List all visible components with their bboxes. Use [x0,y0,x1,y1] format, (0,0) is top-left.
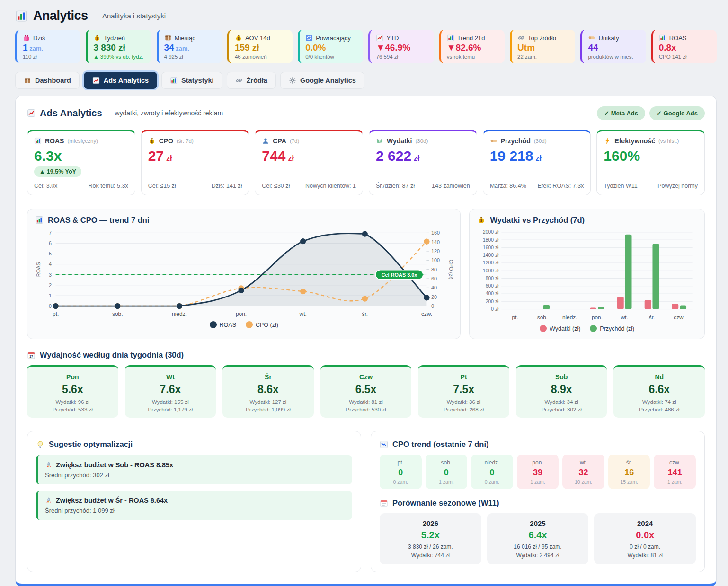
weekday-spend: Wydatki: 155 zł [128,399,213,405]
roas-cpo-chart-card: ROAS & CPO — trend 7 dni 012345670204060… [27,209,461,339]
legend-item-cpo-zł[interactable]: CPO (zł) [246,321,278,328]
svg-text:$: $ [151,140,153,143]
money-bag-icon: $ [148,137,156,145]
svg-text:7: 7 [49,230,52,236]
metric-foot-left: Marża: 86.4% [490,183,526,189]
metric-card-cpa: CPA(7d)744złCel: ≤30 złNowych klientów: … [255,130,363,195]
seasonal-roas-value: 5.2x [383,530,478,541]
kpi-value-number: 34 [164,43,174,52]
kpi-value-number: 0.0% [305,43,326,52]
legend-dot [246,321,253,328]
metric-footer: Cel: 3.0xRok temu: 5.3x [34,178,128,189]
tab-źródła[interactable]: Źródła [227,72,276,89]
seasonal-title: Porównanie sezonowe (W11) [380,499,696,507]
metric-value: 744zł [262,149,356,163]
metric-foot-right: Powyżej normy [657,183,698,189]
legend-dot [590,325,597,332]
svg-text:ROAS: ROAS [36,262,41,277]
weekday-revenue: Przychód: 1,179 zł [128,407,213,412]
cpo-day-label: pon. [518,459,558,466]
tab-statystyki[interactable]: Statystyki [161,72,222,89]
chart-bars-icon [15,10,27,22]
svg-text:wt.: wt. [299,311,307,317]
svg-text:6: 6 [49,240,52,246]
cpo-trend-row: pt.00 zam.sob.01 zam.niedz.00 zam.pon.39… [380,455,696,489]
kpi-value: Utm [517,43,569,53]
kpi-subtext: 76 594 zł [376,54,428,60]
weekday-card-nd: Nd6.6xWydatki: 74 złPrzychód: 486 zł [613,365,705,418]
svg-text:160: 160 [431,230,440,236]
metric-foot-left: Śr./dzień: 87 zł [376,183,415,189]
weekday-revenue: Przychód: 530 zł [323,407,409,412]
cpo-cell-czw: czw.1411 zam. [654,455,696,489]
svg-text:0: 0 [49,303,52,309]
legend-dot [210,321,217,328]
cpo-day-label: śr. [609,459,649,466]
suggestion-item: Zwiększ budżet w Śr - ROAS 8.64xŚredni p… [36,491,352,520]
legend-item-roas[interactable]: ROAS [210,321,236,328]
weekday-roas-value: 7.5x [421,383,506,396]
shopping-bag-icon [23,34,30,42]
metric-footer: Cel: ≤15 złDziś: 141 zł [148,178,242,189]
kpi-value: 0.8x [659,43,711,53]
weekday-revenue: Przychód: 486 zł [616,407,702,412]
seasonal-row: 20265.2x3 830 zł / 26 zam.Wydatki: 744 z… [380,513,696,564]
seasonal-spend: Wydatki: 744 zł [383,552,478,559]
chart-bars-icon [34,137,42,145]
metric-footer: Cel: ≤30 złNowych klientów: 1 [262,178,356,189]
metric-name: CPO [159,137,173,145]
seasonal-card-2026: 20265.2x3 830 zł / 26 zam.Wydatki: 744 z… [380,513,481,564]
metric-qualifier: (30d) [534,138,547,144]
filter-pill-meta-ads[interactable]: ✓ Meta Ads [597,106,645,120]
weekday-roas-value: 6.6x [616,383,702,396]
rocket-icon [45,497,53,504]
svg-text:0: 0 [431,303,434,309]
legend-item-wydatki-zł[interactable]: Wydatki (zł) [540,325,580,332]
legend-label: Wydatki (zł) [550,325,580,332]
svg-text:śr.: śr. [649,314,655,321]
person-icon [262,137,269,145]
weekday-card-śr: Śr8.6xWydatki: 127 złPrzychód: 1,099 zł [222,365,314,418]
seasonal-revenue-orders: 0 zł / 0 zam. [598,543,692,550]
suggestion-title: Zwiększ budżet w Śr - ROAS 8.64x [45,497,345,504]
legend-dot [540,325,547,332]
metric-card-row: ROAS(miesięczny)6.3x▲ 19.5% YoYCel: 3.0x… [27,130,705,195]
metric-foot-right: 143 zamówień [432,183,470,189]
cpo-day-label: czw. [655,459,695,466]
panel-header: Ads Analytics — wydatki, zwroty i efekty… [27,106,705,120]
repeat-icon [305,34,313,42]
seasonal-card-2025: 20256.4x16 016 zł / 95 zam.Wydatki: 2 49… [487,513,589,564]
kpi-value-number: ▼46.9% [376,43,410,52]
svg-text:5: 5 [49,251,52,256]
svg-text:niedz.: niedz. [172,311,187,317]
svg-text:czw.: czw. [674,314,685,321]
legend-item-przychód-zł[interactable]: Przychód (zł) [590,325,634,332]
kpi-value-suffix: zam. [28,45,44,52]
weekday-roas-value: 8.6x [225,383,311,396]
ad-platform-filters: ✓ Meta Ads✓ Google Ads [597,106,705,120]
metric-value-unit: zł [166,154,172,162]
cpo-orders: 10 zam. [563,479,604,485]
section-title-text: Sugestie optymalizacji [49,440,133,449]
tab-dashboard[interactable]: Dashboard [15,72,80,89]
kpi-label-text: YTD [386,35,399,42]
svg-text:sob.: sob. [112,311,123,317]
cpo-orders: 1 zam. [518,479,558,485]
kpi-subtext: ▲ 399% vs ub. tydz. [93,54,145,60]
panel-subtitle: — wydatki, zwroty i efektywność reklam [107,109,223,117]
metric-card-roas: ROAS(miesięczny)6.3x▲ 19.5% YoYCel: 3.0x… [27,130,135,195]
bulb-icon [36,440,44,449]
filter-pill-google-ads[interactable]: ✓ Google Ads [649,106,705,120]
svg-text:1200 zł: 1200 zł [483,260,499,265]
weekday-roas-value: 6.5x [323,383,409,396]
roas-cpo-chart-title: ROAS & CPO — trend 7 dni [35,216,453,225]
tab-google-analytics[interactable]: Google Analytics [280,72,364,89]
chart-up-icon [92,77,100,84]
metric-card-cpo: $CPO(śr. 7d)27złCel: ≤15 złDziś: 141 zł [141,130,249,195]
tab-ads-analytics[interactable]: Ads Analytics [84,72,157,89]
weekday-revenue: Przychód: 302 zł [519,407,604,412]
kpi-value: 159 zł [235,43,287,53]
metric-value: 6.3x [34,149,128,163]
kpi-value-number: 159 zł [235,43,259,52]
metric-value: 19 218zł [490,149,584,163]
